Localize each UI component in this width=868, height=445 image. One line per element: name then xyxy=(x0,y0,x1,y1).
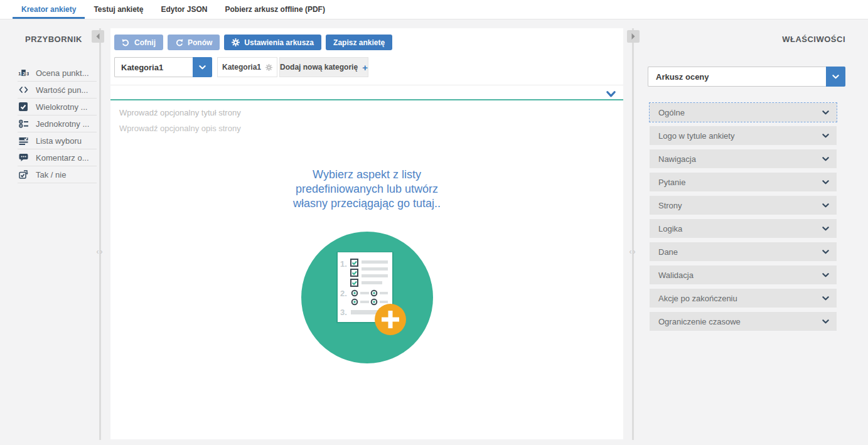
properties-title: WŁAŚCIWOŚCI xyxy=(782,35,845,44)
accordion-section-walidacja[interactable]: Walidacja xyxy=(650,265,837,284)
toolbox-item-rating[interactable]: 123 Ocena punkt... xyxy=(18,65,97,82)
page-header xyxy=(110,85,623,100)
checkbox-icon xyxy=(18,102,29,111)
comment-icon xyxy=(18,153,29,162)
gear-icon xyxy=(265,64,272,71)
accordion-section-ogolne[interactable]: Ogólne xyxy=(650,103,837,122)
toolbox-item-label: Wartość pun... xyxy=(36,85,88,95)
svg-text:1.: 1. xyxy=(340,259,347,269)
collapse-left-panel-button[interactable] xyxy=(92,30,104,43)
chevron-down-icon xyxy=(822,203,829,208)
accordion-section-pytanie[interactable]: Pytanie xyxy=(650,173,837,191)
chevron-down-icon xyxy=(822,180,829,185)
selected-object-dropdown-button[interactable] xyxy=(826,67,845,87)
add-category-button[interactable]: Dodaj nową kategorię + xyxy=(279,57,368,77)
gear-icon xyxy=(232,38,240,46)
dropdown-icon xyxy=(18,137,29,145)
toolbox-item-dropdown[interactable]: Lista wyboru xyxy=(18,132,97,149)
empty-drop-zone[interactable]: Wybierz aspekt z listy predefiniowanych … xyxy=(119,168,614,366)
toolbox-item-radiogroup[interactable]: Jednokrotny ... xyxy=(18,115,97,132)
save-survey-button[interactable]: Zapisz ankietę xyxy=(326,35,392,50)
page-title-input[interactable]: Wprowadź opcjonalny tytuł strony xyxy=(119,108,614,117)
redo-button[interactable]: Ponów xyxy=(168,35,220,50)
chevron-left-icon xyxy=(95,33,100,40)
toolbox-item-label: Komentarz o... xyxy=(36,153,89,163)
category-select-button[interactable] xyxy=(193,57,212,77)
accordion-section-nawigacja[interactable]: Nawigacja xyxy=(650,149,837,168)
toolbox-item-label: Jednokrotny ... xyxy=(36,119,89,129)
chevron-down-icon xyxy=(822,273,829,277)
accordion-section-ograniczenie[interactable]: Ograniczenie czasowe xyxy=(650,312,837,331)
chevron-down-icon xyxy=(199,65,206,70)
accordion-section-strony[interactable]: Strony xyxy=(650,196,837,215)
chevron-down-icon xyxy=(822,157,829,161)
boolean-icon xyxy=(18,170,29,179)
toolbox-item-label: Ocena punkt... xyxy=(36,68,89,78)
chevron-down-icon xyxy=(822,319,829,324)
page-body: Wprowadź opcjonalny tytuł strony Wprowad… xyxy=(110,100,623,366)
accordion-section-dane[interactable]: Dane xyxy=(650,242,837,261)
tab-edytor-json[interactable]: Edytor JSON xyxy=(153,0,217,19)
survey-illustration: 1. xyxy=(119,232,614,366)
category-select[interactable]: Kategoria1 xyxy=(114,57,212,77)
selected-object-dropdown[interactable]: Arkusz oceny xyxy=(648,67,845,87)
page-collapse-button[interactable] xyxy=(606,88,616,100)
toolbox-item-comment[interactable]: Komentarz o... xyxy=(18,149,97,166)
chevron-down-icon xyxy=(822,296,829,301)
app-body: PRZYBORNIK 123 Ocena punkt... Wartość pu… xyxy=(0,19,868,445)
svg-text:3.: 3. xyxy=(340,308,347,317)
redo-icon xyxy=(175,38,183,46)
left-splitter[interactable] xyxy=(99,28,101,440)
rating-icon: 123 xyxy=(18,69,29,77)
chevron-down-icon xyxy=(822,227,829,231)
accordion-section-logika[interactable]: Logika xyxy=(650,219,837,238)
page-description-input[interactable]: Wprowadź opcjonalny opis strony xyxy=(119,124,614,133)
selected-object-value: Arkusz oceny xyxy=(648,67,826,87)
empty-hint-text: Wybierz aspekt z listy predefiniowanych … xyxy=(119,168,614,211)
toolbox-item-label: Wielokrotny ... xyxy=(36,102,87,112)
svg-text:2: 2 xyxy=(22,71,25,77)
collapse-right-panel-button[interactable] xyxy=(627,30,640,43)
category-tab-kategoria1[interactable]: Kategoria1 xyxy=(217,57,277,77)
chevron-down-icon xyxy=(822,134,829,138)
svg-text:2.: 2. xyxy=(340,289,347,298)
toolbox-item-label: Tak / nie xyxy=(36,170,66,180)
accordion-section-akcje[interactable]: Akcje po zakończeniu xyxy=(650,289,837,308)
toolbox-item-checkbox[interactable]: Wielokrotny ... xyxy=(18,99,97,115)
chevron-down-icon xyxy=(606,91,616,97)
designer-toolbar: Cofnij Ponów Ustawienia arkusza Zapisz a… xyxy=(110,28,623,50)
tab-pobierz-pdf[interactable]: Pobierz arkusz offline (PDF) xyxy=(217,0,334,19)
toolbox-item-boolean[interactable]: Tak / nie xyxy=(18,166,97,183)
tab-kreator-ankiety[interactable]: Kreator ankiety xyxy=(13,0,85,19)
right-splitter[interactable] xyxy=(632,28,634,440)
category-select-value: Kategoria1 xyxy=(114,57,193,77)
chevron-down-icon xyxy=(822,110,829,115)
radiogroup-icon xyxy=(18,119,29,128)
chevron-right-icon xyxy=(631,33,636,40)
value-icon xyxy=(18,87,29,93)
accordion-section-logo[interactable]: Logo w tytule ankiety xyxy=(650,126,837,145)
survey-settings-button[interactable]: Ustawienia arkusza xyxy=(224,35,321,50)
chevron-down-icon xyxy=(822,250,829,254)
toolbox-list: 123 Ocena punkt... Wartość pun... Wielok… xyxy=(18,65,97,183)
tab-testuj-ankiete[interactable]: Testuj ankietę xyxy=(85,0,152,19)
toolbox-title: PRZYBORNIK xyxy=(25,35,82,44)
undo-icon xyxy=(122,38,130,46)
toolbox-item-value[interactable]: Wartość pun... xyxy=(18,82,97,99)
svg-text:1: 1 xyxy=(18,71,21,77)
top-tab-bar: Kreator ankiety Testuj ankietę Edytor JS… xyxy=(0,0,868,19)
plus-icon: + xyxy=(362,62,368,73)
svg-text:3: 3 xyxy=(26,71,29,77)
undo-button[interactable]: Cofnij xyxy=(114,35,163,50)
designer-canvas: Cofnij Ponów Ustawienia arkusza Zapisz a… xyxy=(110,28,623,439)
right-splitter-grip-icon[interactable]: ‹› xyxy=(626,247,640,256)
chevron-down-icon xyxy=(832,75,839,79)
properties-accordion: Ogólne Logo w tytule ankiety Nawigacja P… xyxy=(650,103,837,335)
category-row: Kategoria1 Kategoria1 Dodaj nową kategor… xyxy=(110,57,623,77)
toolbox-item-label: Lista wyboru xyxy=(36,136,82,146)
left-splitter-grip-icon[interactable]: ‹› xyxy=(94,247,107,256)
